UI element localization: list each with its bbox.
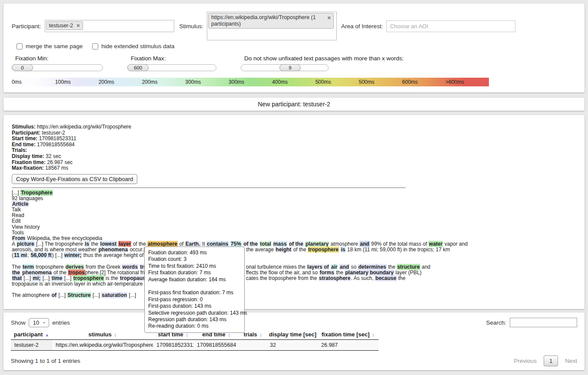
fixation-min-slider[interactable]: 0 (12, 64, 103, 71)
word: Wikipedia, the free encyclopedia (26, 235, 102, 241)
word: is the (104, 275, 120, 281)
word: 99% of the total mass of (370, 241, 429, 247)
hide-extended-option: hide extended stimulus data (92, 43, 174, 49)
word: The (12, 264, 22, 270)
fixated-word[interactable]: determines (358, 264, 387, 270)
fixated-word[interactable]: mass (273, 241, 287, 247)
participant-label: Participant: (12, 23, 41, 30)
text-line: (11 mi; 56,000 ft) [...] winter; thus th… (12, 253, 585, 258)
fixated-word[interactable]: lowest (100, 241, 117, 247)
fixated-word[interactable]: is (340, 247, 345, 253)
fixated-word[interactable]: picture (17, 241, 35, 247)
next-page-button[interactable]: Next (565, 358, 577, 364)
fixated-word[interactable]: the (12, 270, 20, 276)
fixated-word[interactable]: mi; (32, 275, 41, 281)
column-header-fixation-time-sec-[interactable]: fixation time [sec]▲▼ (318, 330, 379, 340)
table-row[interactable]: testuser-2https://en.wikipedia.org/wiki/… (11, 340, 379, 351)
page-size-select[interactable]: 10⌄ (29, 318, 49, 327)
fixated-word[interactable]: of (51, 292, 57, 298)
fixated-word[interactable]: phenomena (98, 247, 128, 253)
fixated-word[interactable]: time (51, 275, 63, 281)
fixated-word[interactable]: planetary boundary (345, 270, 394, 276)
fixated-word[interactable]: because (375, 275, 397, 281)
fixated-word[interactable]: atmosphere (147, 241, 178, 247)
stimulus-label: Stimulus: (179, 23, 204, 30)
stimulus-panel-inner: Stimulus: https://en.wikipedia.org/wiki/… (3, 115, 585, 298)
fixated-word[interactable]: 75% (230, 241, 242, 247)
fixation-max-handle[interactable]: 600 (127, 64, 149, 71)
tooltip-line: Average fixation duration: 164 ms (148, 276, 241, 283)
participant-multiselect[interactable]: testuser-2✕ (45, 20, 174, 32)
column-header-participant[interactable]: participant▲ (11, 330, 52, 340)
fixated-word[interactable]: Article (12, 201, 29, 207)
word: 92 languages (12, 195, 43, 201)
fixated-word[interactable]: water (429, 241, 443, 247)
fixated-word[interactable]: Structure (67, 292, 91, 298)
previous-page-button[interactable]: Previous (514, 358, 537, 364)
page-1-button[interactable]: 1 (544, 355, 558, 366)
fixated-word[interactable]: air (331, 264, 338, 270)
fixated-word[interactable]: derives (65, 264, 84, 270)
merge-same-page-checkbox[interactable] (17, 43, 23, 49)
unfixated-words-slider[interactable]: 9 (241, 64, 329, 71)
fixated-word[interactable]: saturation (101, 292, 127, 298)
fixated-word[interactable]: total (259, 241, 271, 247)
text-line: tropopause is an inversion layer in whic… (12, 281, 585, 287)
word: ) [...] (52, 252, 64, 258)
fixated-word[interactable]: height (275, 247, 292, 253)
participant-tag[interactable]: testuser-2✕ (46, 21, 83, 30)
word: troposphere (34, 264, 65, 270)
fixated-word[interactable]: structure (397, 264, 420, 270)
stimulus-multiselect[interactable]: https://en.wikipedia.org/wiki/Tropospher… (207, 12, 337, 40)
fixated-word[interactable]: forms (319, 270, 335, 276)
copy-csv-button[interactable]: Copy Word-Eye-Fixations as CSV to Clipbo… (12, 174, 137, 184)
remove-participant-icon[interactable]: ✕ (76, 23, 80, 28)
fixated-word[interactable]: layers of (307, 264, 329, 270)
fixated-word[interactable]: phenomena (22, 270, 52, 276)
fixated-word[interactable]: tropos (68, 270, 85, 276)
fixated-word[interactable]: 11 mi (13, 252, 27, 258)
fixated-word[interactable]: planetary (305, 241, 329, 247)
column-header-display-time-sec-[interactable]: display time [sec]▲▼ (266, 330, 318, 340)
tooltip-line: Regression path duration: 143 ms (148, 316, 241, 323)
detail-line: Participant: testuser-2 (12, 130, 585, 136)
word: [...] (127, 292, 136, 298)
table-cell: 32 (266, 340, 318, 351)
aoi-input[interactable] (386, 20, 515, 32)
fixated-word[interactable]: troposphere (308, 247, 339, 253)
fixated-word[interactable]: Troposphere (20, 190, 53, 196)
fixated-word[interactable]: term (22, 264, 34, 270)
fixated-word[interactable]: From (12, 235, 26, 241)
fixated-word[interactable]: winter; (64, 252, 82, 258)
sort-icon: ▲▼ (372, 333, 375, 337)
fixated-word[interactable]: stratosphere (319, 275, 351, 281)
sort-icon: ▲▼ (186, 333, 189, 337)
sort-ascending-icon: ▲ (45, 332, 49, 337)
fixated-word[interactable]: contains (206, 241, 229, 247)
unfixated-words-handle[interactable]: 9 (279, 64, 301, 71)
stimulus-tag[interactable]: https://en.wikipedia.org/wiki/Tropospher… (208, 13, 334, 29)
table-cell: 1709818523311 (153, 340, 193, 351)
fixated-word[interactable]: of the (243, 241, 258, 247)
remove-stimulus-icon[interactable]: ✕ (327, 15, 331, 21)
fixated-word[interactable]: layer (118, 241, 131, 247)
word: so (349, 264, 358, 270)
fixated-word[interactable]: of the (289, 241, 304, 247)
fixated-word[interactable]: is (84, 241, 90, 247)
search-input[interactable] (510, 318, 577, 327)
divider (12, 188, 405, 188)
fixated-word[interactable]: and (359, 241, 369, 247)
fixated-word[interactable]: and (339, 264, 349, 270)
fixation-min-handle[interactable]: 0 (12, 64, 33, 71)
hide-extended-checkbox[interactable] (92, 43, 98, 49)
column-header-stimulus[interactable]: stimulus▲▼ (52, 330, 153, 340)
fixated-word[interactable]: words (122, 264, 138, 270)
fixation-max-slider[interactable]: 600 (127, 64, 216, 71)
fixated-word[interactable]: that (12, 275, 22, 281)
legend-label: >600ms (445, 78, 489, 86)
page: Participant: testuser-2✕ Stimulus: https… (0, 0, 588, 375)
fixated-word[interactable]: Earth. (185, 241, 201, 247)
fixated-word[interactable]: troposphere (73, 275, 104, 281)
slider-row: Fixation Min: 0 Fixation Max: 600 Do not… (3, 49, 585, 71)
fixated-word[interactable]: 56,000 ft (30, 252, 52, 258)
